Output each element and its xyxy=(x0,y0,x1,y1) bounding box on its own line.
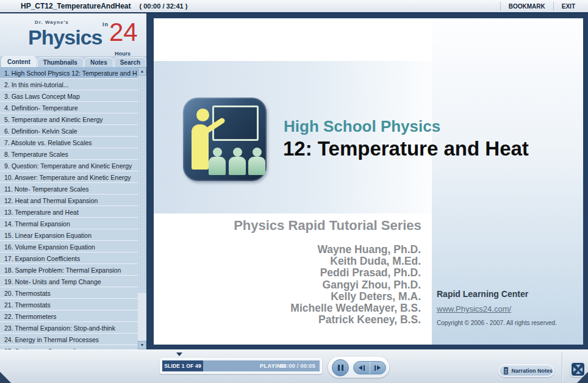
slide-title: 12: Temperature and Heat xyxy=(283,137,529,160)
logo-prefix-text: Dr. Wayne's xyxy=(35,20,69,25)
controlbar-separator xyxy=(562,353,563,381)
toc-item[interactable]: 6. Definition- Kelvin Scale xyxy=(0,125,138,137)
author-name: Michelle WedeMayer, B.S. xyxy=(290,302,421,314)
titlebar: HP_CT12_TemperatureAndHeat ( 00:00 / 32:… xyxy=(0,0,588,13)
toc-item[interactable]: 14. Thermal Expansion xyxy=(0,218,138,229)
toc-item[interactable]: 15. Linear Expansion Equation xyxy=(0,229,138,241)
slide: High School Physics 12: Temperature and … xyxy=(154,18,583,345)
toc-item[interactable]: 17. Expansion Coefficients xyxy=(0,252,138,264)
logo-number-text: 24 xyxy=(109,20,138,45)
player-control-bar: SLIDE 1 OF 49 PLAYING 00:00 / 00:05 xyxy=(0,349,588,383)
fullscreen-button[interactable] xyxy=(570,362,586,377)
sidebar-tabbar: Content Thumbnails Notes Search xyxy=(0,56,146,67)
slide-kicker: High School Physics xyxy=(284,117,440,136)
toc-list: 1. High School Physics 12: Temperature a… xyxy=(0,67,138,349)
toc-item[interactable]: 13. Temperature and Heat xyxy=(0,206,138,218)
teacher-head-shape xyxy=(196,109,209,121)
toc-item[interactable]: 10. Answer: Temperature and Kinetic Ener… xyxy=(0,171,138,183)
pause-icon xyxy=(338,365,340,371)
seek-track[interactable]: SLIDE 1 OF 49 PLAYING 00:00 / 00:05 xyxy=(162,360,320,371)
toc-item[interactable]: 1. High School Physics 12: Temperature a… xyxy=(0,67,138,79)
toc-item[interactable]: 16. Volume Expansion Equation xyxy=(0,241,138,252)
next-slide-button[interactable] xyxy=(370,362,386,374)
toc-item[interactable]: 19. Note- Units and Temp Change xyxy=(0,276,138,287)
author-name: Gangyi Zhou, Ph.D. xyxy=(290,279,421,291)
course-total-time: ( 00:00 / 32:41 ) xyxy=(140,2,188,10)
toc-item[interactable]: 4. Definition- Temperature xyxy=(0,102,138,113)
tab-notes[interactable]: Notes xyxy=(84,57,113,67)
author-name: Keith Duda, M.Ed. xyxy=(290,256,421,267)
narration-notes-button[interactable]: Narration Notes xyxy=(498,364,554,377)
toc-item[interactable]: 20. Thermostats xyxy=(0,287,138,299)
seek-progress-fill: SLIDE 1 OF 49 xyxy=(162,360,203,371)
playhead-marker[interactable] xyxy=(176,353,182,356)
skip-buttons xyxy=(353,361,386,374)
exit-button[interactable]: EXIT xyxy=(553,2,583,11)
bookmark-button[interactable]: BOOKMARK xyxy=(500,2,553,11)
org-block: Rapid Learning Center www.Physics24.com/… xyxy=(437,289,580,326)
slide-stage: High School Physics 12: Temperature and … xyxy=(146,13,588,349)
playback-controls xyxy=(328,357,389,378)
previous-icon xyxy=(359,365,362,370)
toc-item[interactable]: 25. System vs. Surroundings xyxy=(0,345,138,349)
previous-slide-button[interactable] xyxy=(354,362,370,374)
seek-bar[interactable]: SLIDE 1 OF 49 PLAYING 00:00 / 00:05 xyxy=(160,358,322,374)
toc-item[interactable]: 3. Gas Laws Concept Map xyxy=(0,90,138,102)
toc-item[interactable]: 2. In this mini-tutorial... xyxy=(0,79,138,90)
notes-icon xyxy=(504,367,508,374)
toc-item[interactable]: 23. Thermal Expansion: Stop-and-think xyxy=(0,322,138,334)
sidebar: Dr. Wayne's Physics In 24 Hours Content … xyxy=(0,13,146,349)
scroll-up-icon[interactable]: ▲ xyxy=(138,67,146,76)
slide-time-label: 00:00 / 00:05 xyxy=(281,360,315,371)
toc-item[interactable]: 8. Temperature Scales xyxy=(0,148,138,160)
tab-content[interactable]: Content xyxy=(1,56,37,67)
toc-item[interactable]: 21. Thermostats xyxy=(0,299,138,310)
toc-item[interactable]: 24. Energy in Thermal Processes xyxy=(0,334,138,345)
authors-list: Wayne Huang, Ph.D.Keith Duda, M.Ed.Peddi… xyxy=(290,244,421,326)
teacher-body-shape xyxy=(192,124,209,170)
narration-notes-label: Narration Notes xyxy=(511,368,553,374)
classroom-icon xyxy=(183,98,267,181)
author-name: Peddi Prasad, Ph.D. xyxy=(290,267,421,279)
logo-in-text: In xyxy=(102,21,109,27)
toc-scrollbar: ▲ ▼ xyxy=(138,67,146,349)
logo-word-text: Physics xyxy=(28,26,102,49)
course-file-title: HP_CT12_TemperatureAndHeat xyxy=(21,2,131,10)
pause-button[interactable] xyxy=(332,359,349,376)
physics24-logo: Dr. Wayne's Physics In 24 Hours xyxy=(0,13,146,56)
tab-thumbnails[interactable]: Thumbnails xyxy=(37,57,84,67)
toc-item[interactable]: 5. Temperature and Kinetic Energy xyxy=(0,113,138,125)
scroll-down-icon[interactable]: ▼ xyxy=(138,341,146,349)
series-title: Physics Rapid Tutorial Series xyxy=(203,218,453,234)
toc-item[interactable]: 9. Question: Temperature and Kinetic Ene… xyxy=(0,160,138,171)
toc-item[interactable]: 18. Sample Problem: Thermal Expansion xyxy=(0,264,138,276)
logo-hours-text: Hours xyxy=(115,51,131,56)
toc-item[interactable]: 22. Thermometers xyxy=(0,310,138,322)
slide-count-label: SLIDE 1 OF 49 xyxy=(164,363,201,369)
next-icon xyxy=(377,365,381,370)
author-name: Patrick Keeney, B.S. xyxy=(290,314,421,326)
org-url-link[interactable]: www.Physics24.com/ xyxy=(437,304,511,313)
toc-item[interactable]: 7. Absolute vs. Relative Scales xyxy=(0,137,138,148)
course-player-window: HP_CT12_TemperatureAndHeat ( 00:00 / 32:… xyxy=(0,0,588,383)
corner-decoration-left xyxy=(0,367,16,383)
toc-item[interactable]: 11. Note- Temperature Scales xyxy=(0,183,138,195)
scrollbar-thumb[interactable] xyxy=(138,76,146,293)
copyright-text: Copyright © 2006 - 2007. All rights rese… xyxy=(437,320,580,326)
author-name: Kelly Deters, M.A. xyxy=(290,291,421,302)
author-name: Wayne Huang, Ph.D. xyxy=(290,244,421,256)
toc-item[interactable]: 12. Heat and Thermal Expansion xyxy=(0,195,138,206)
org-name: Rapid Learning Center xyxy=(437,289,580,299)
tab-search[interactable]: Search xyxy=(114,57,146,67)
